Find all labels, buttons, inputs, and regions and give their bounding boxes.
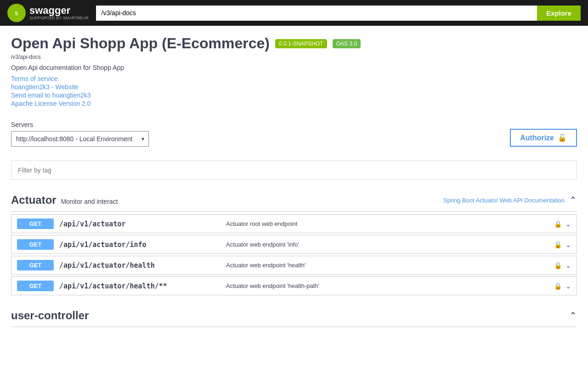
chevron-down-icon: ⌄ xyxy=(565,262,571,269)
api-title: Open Api Shopp App (E-Ecommerce) 0.0.1-S… xyxy=(11,35,577,52)
endpoint-path: /api/v1/actuator/health xyxy=(59,261,220,270)
authorize-button[interactable]: Authorize 🔓 xyxy=(510,129,577,147)
actuator-tag-right: Spring Boot Actuator Web API Documentati… xyxy=(443,195,577,206)
terms-link[interactable]: Terms of service xyxy=(11,75,577,82)
search-input[interactable] xyxy=(96,6,537,21)
logo-subtitle: SUPPORTED BY SMARTBEAR xyxy=(29,16,89,21)
chevron-down-icon: ⌄ xyxy=(565,241,571,248)
chevron-up-icon: ⌃ xyxy=(569,310,577,321)
servers-section: Servers http://localhost:8080 - Local En… xyxy=(11,121,577,147)
endpoint-summary: Actuator web endpoint 'health-path' xyxy=(226,282,548,289)
lock-icon: 🔒 xyxy=(554,282,562,290)
lock-icon: 🔒 xyxy=(554,241,562,248)
actuator-section: Actuator Monitor and interact Spring Boo… xyxy=(11,189,577,295)
filter-section xyxy=(11,161,577,180)
chevron-down-icon: ⌄ xyxy=(565,220,571,228)
email-link[interactable]: Send email to hoangtien2k3 xyxy=(11,92,577,99)
endpoint-row[interactable]: GET /api/v1/actuator/health/** Actuator … xyxy=(11,276,577,295)
lock-icon: 🔒 xyxy=(554,262,562,269)
endpoint-path: /api/v1/actuator xyxy=(59,220,220,228)
actuator-endpoint-list: GET /api/v1/actuator Actuator root web e… xyxy=(11,214,577,295)
user-controller-tag-name: user-controller xyxy=(11,309,89,322)
logo: S swagger SUPPORTED BY SMARTBEAR xyxy=(7,4,89,22)
api-title-section: Open Api Shopp App (E-Ecommerce) 0.0.1-S… xyxy=(11,35,577,107)
actuator-tag-desc: Monitor and interact xyxy=(61,198,118,205)
servers-left: Servers http://localhost:8080 - Local En… xyxy=(11,121,149,147)
method-badge-get: GET xyxy=(17,239,54,250)
endpoint-path: /api/v1/actuator/health/** xyxy=(59,282,220,290)
endpoint-summary: Actuator root web endpoint xyxy=(226,220,548,227)
oas-badge: OAS 3.0 xyxy=(333,39,361,48)
endpoint-row[interactable]: GET /api/v1/actuator/health Actuator web… xyxy=(11,256,577,275)
authorize-label: Authorize xyxy=(520,134,554,142)
api-links: Terms of service hoangtien2k3 - Website … xyxy=(11,75,577,107)
license-link[interactable]: Apache License Version 2.0 xyxy=(11,100,577,107)
method-badge-get: GET xyxy=(17,260,54,270)
user-controller-section: user-controller ⌃ xyxy=(11,305,577,327)
lock-icon: 🔓 xyxy=(558,133,567,142)
server-select[interactable]: http://localhost:8080 - Local Environmen… xyxy=(11,131,149,147)
search-bar: Explore xyxy=(96,6,581,21)
swagger-brand: swagger xyxy=(29,6,89,16)
svg-text:S: S xyxy=(15,11,18,16)
filter-input[interactable] xyxy=(11,161,577,180)
server-select-wrap: http://localhost:8080 - Local Environmen… xyxy=(11,131,149,147)
user-controller-tag-header[interactable]: user-controller ⌃ xyxy=(11,305,577,327)
chevron-up-icon: ⌃ xyxy=(569,195,577,206)
endpoint-actions: 🔒 ⌄ xyxy=(554,220,571,228)
servers-label: Servers xyxy=(11,121,149,128)
api-base-url: /v3/api-docs xyxy=(11,54,577,60)
api-title-text: Open Api Shopp App (E-Ecommerce) xyxy=(11,35,270,52)
actuator-tag-name: Actuator xyxy=(11,194,57,207)
user-controller-title-group: user-controller xyxy=(11,309,89,322)
actuator-docs-link[interactable]: Spring Boot Actuator Web API Documentati… xyxy=(443,197,565,204)
endpoint-actions: 🔒 ⌄ xyxy=(554,282,571,290)
endpoint-path: /api/v1/actuator/info xyxy=(59,241,220,249)
main-content: Open Api Shopp App (E-Ecommerce) 0.0.1-S… xyxy=(0,26,588,336)
method-badge-get: GET xyxy=(17,218,54,229)
endpoint-actions: 🔒 ⌄ xyxy=(554,241,571,248)
explore-button[interactable]: Explore xyxy=(537,6,581,21)
method-badge-get: GET xyxy=(17,281,54,291)
user-controller-tag-right: ⌃ xyxy=(569,310,577,321)
logo-icon: S xyxy=(7,4,26,22)
chevron-down-icon: ⌄ xyxy=(565,282,571,290)
app-header: S swagger SUPPORTED BY SMARTBEAR Explore xyxy=(0,0,588,26)
actuator-title-group: Actuator Monitor and interact xyxy=(11,194,118,207)
snapshot-badge: 0.0.1-SNAPSHOT xyxy=(275,39,327,48)
logo-text: swagger SUPPORTED BY SMARTBEAR xyxy=(29,6,89,21)
api-description: Open Api documentation for Shopp App xyxy=(11,64,577,71)
website-link[interactable]: hoangtien2k3 - Website xyxy=(11,83,577,91)
actuator-tag-header[interactable]: Actuator Monitor and interact Spring Boo… xyxy=(11,189,577,212)
endpoint-row[interactable]: GET /api/v1/actuator/info Actuator web e… xyxy=(11,235,577,254)
lock-icon: 🔒 xyxy=(554,220,562,228)
endpoint-actions: 🔒 ⌄ xyxy=(554,262,571,269)
endpoint-summary: Actuator web endpoint 'health' xyxy=(226,262,548,269)
endpoint-row[interactable]: GET /api/v1/actuator Actuator root web e… xyxy=(11,214,577,233)
endpoint-summary: Actuator web endpoint 'info' xyxy=(226,241,548,248)
